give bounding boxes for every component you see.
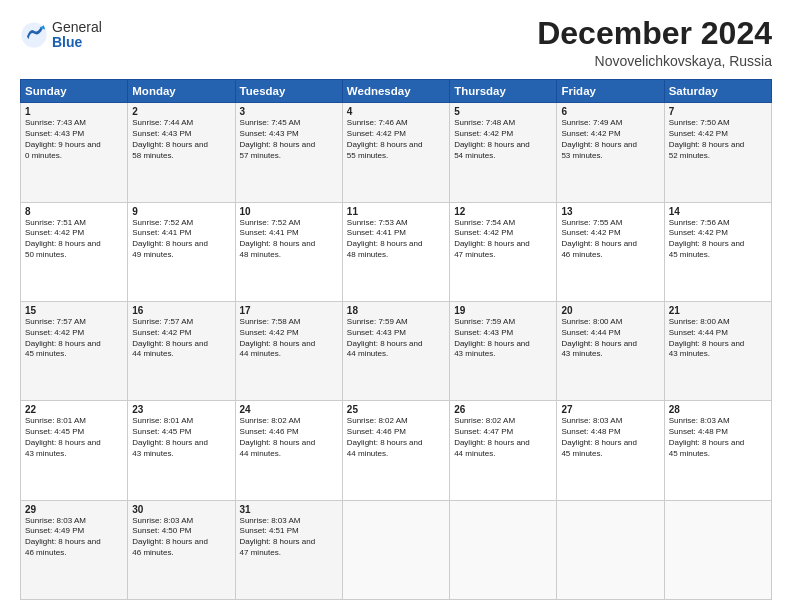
logo-text: General Blue — [52, 20, 102, 51]
table-row: 1Sunrise: 7:43 AMSunset: 4:43 PMDaylight… — [21, 103, 128, 202]
day-info: Sunrise: 8:03 AMSunset: 4:50 PMDaylight:… — [132, 516, 230, 559]
day-number: 17 — [240, 305, 338, 316]
table-row — [557, 500, 664, 599]
day-number: 21 — [669, 305, 767, 316]
table-row: 6Sunrise: 7:49 AMSunset: 4:42 PMDaylight… — [557, 103, 664, 202]
day-info: Sunrise: 7:45 AMSunset: 4:43 PMDaylight:… — [240, 118, 338, 161]
table-row: 11Sunrise: 7:53 AMSunset: 4:41 PMDayligh… — [342, 202, 449, 301]
day-number: 1 — [25, 106, 123, 117]
day-number: 18 — [347, 305, 445, 316]
day-info: Sunrise: 8:02 AMSunset: 4:46 PMDaylight:… — [240, 416, 338, 459]
day-number: 3 — [240, 106, 338, 117]
table-row: 8Sunrise: 7:51 AMSunset: 4:42 PMDaylight… — [21, 202, 128, 301]
day-info: Sunrise: 8:02 AMSunset: 4:46 PMDaylight:… — [347, 416, 445, 459]
day-number: 31 — [240, 504, 338, 515]
day-info: Sunrise: 7:56 AMSunset: 4:42 PMDaylight:… — [669, 218, 767, 261]
page: General Blue December 2024 Novovelichkov… — [0, 0, 792, 612]
day-info: Sunrise: 7:54 AMSunset: 4:42 PMDaylight:… — [454, 218, 552, 261]
table-row: 30Sunrise: 8:03 AMSunset: 4:50 PMDayligh… — [128, 500, 235, 599]
col-friday: Friday — [557, 80, 664, 103]
day-info: Sunrise: 8:03 AMSunset: 4:51 PMDaylight:… — [240, 516, 338, 559]
logo: General Blue — [20, 20, 102, 51]
calendar-header: Sunday Monday Tuesday Wednesday Thursday… — [21, 80, 772, 103]
day-number: 4 — [347, 106, 445, 117]
day-number: 6 — [561, 106, 659, 117]
table-row: 20Sunrise: 8:00 AMSunset: 4:44 PMDayligh… — [557, 301, 664, 400]
day-number: 20 — [561, 305, 659, 316]
day-number: 24 — [240, 404, 338, 415]
table-row: 15Sunrise: 7:57 AMSunset: 4:42 PMDayligh… — [21, 301, 128, 400]
day-number: 25 — [347, 404, 445, 415]
day-number: 28 — [669, 404, 767, 415]
calendar-week-4: 22Sunrise: 8:01 AMSunset: 4:45 PMDayligh… — [21, 401, 772, 500]
day-info: Sunrise: 8:01 AMSunset: 4:45 PMDaylight:… — [25, 416, 123, 459]
table-row: 21Sunrise: 8:00 AMSunset: 4:44 PMDayligh… — [664, 301, 771, 400]
day-number: 2 — [132, 106, 230, 117]
table-row: 23Sunrise: 8:01 AMSunset: 4:45 PMDayligh… — [128, 401, 235, 500]
day-info: Sunrise: 8:00 AMSunset: 4:44 PMDaylight:… — [561, 317, 659, 360]
table-row: 5Sunrise: 7:48 AMSunset: 4:42 PMDaylight… — [450, 103, 557, 202]
day-number: 5 — [454, 106, 552, 117]
table-row: 31Sunrise: 8:03 AMSunset: 4:51 PMDayligh… — [235, 500, 342, 599]
header-row: Sunday Monday Tuesday Wednesday Thursday… — [21, 80, 772, 103]
day-number: 16 — [132, 305, 230, 316]
day-number: 23 — [132, 404, 230, 415]
day-number: 14 — [669, 206, 767, 217]
table-row: 24Sunrise: 8:02 AMSunset: 4:46 PMDayligh… — [235, 401, 342, 500]
day-info: Sunrise: 8:03 AMSunset: 4:49 PMDaylight:… — [25, 516, 123, 559]
calendar: Sunday Monday Tuesday Wednesday Thursday… — [20, 79, 772, 600]
day-number: 15 — [25, 305, 123, 316]
table-row: 29Sunrise: 8:03 AMSunset: 4:49 PMDayligh… — [21, 500, 128, 599]
day-number: 19 — [454, 305, 552, 316]
calendar-week-3: 15Sunrise: 7:57 AMSunset: 4:42 PMDayligh… — [21, 301, 772, 400]
day-info: Sunrise: 7:53 AMSunset: 4:41 PMDaylight:… — [347, 218, 445, 261]
day-number: 29 — [25, 504, 123, 515]
day-info: Sunrise: 7:59 AMSunset: 4:43 PMDaylight:… — [454, 317, 552, 360]
day-number: 13 — [561, 206, 659, 217]
day-info: Sunrise: 7:50 AMSunset: 4:42 PMDaylight:… — [669, 118, 767, 161]
col-tuesday: Tuesday — [235, 80, 342, 103]
day-info: Sunrise: 7:49 AMSunset: 4:42 PMDaylight:… — [561, 118, 659, 161]
table-row — [450, 500, 557, 599]
table-row: 27Sunrise: 8:03 AMSunset: 4:48 PMDayligh… — [557, 401, 664, 500]
location-subtitle: Novovelichkovskaya, Russia — [537, 53, 772, 69]
day-info: Sunrise: 8:03 AMSunset: 4:48 PMDaylight:… — [561, 416, 659, 459]
table-row: 4Sunrise: 7:46 AMSunset: 4:42 PMDaylight… — [342, 103, 449, 202]
day-info: Sunrise: 7:57 AMSunset: 4:42 PMDaylight:… — [25, 317, 123, 360]
day-info: Sunrise: 7:43 AMSunset: 4:43 PMDaylight:… — [25, 118, 123, 161]
calendar-table: Sunday Monday Tuesday Wednesday Thursday… — [20, 79, 772, 600]
day-number: 26 — [454, 404, 552, 415]
table-row — [664, 500, 771, 599]
calendar-week-1: 1Sunrise: 7:43 AMSunset: 4:43 PMDaylight… — [21, 103, 772, 202]
calendar-week-5: 29Sunrise: 8:03 AMSunset: 4:49 PMDayligh… — [21, 500, 772, 599]
col-saturday: Saturday — [664, 80, 771, 103]
day-info: Sunrise: 7:55 AMSunset: 4:42 PMDaylight:… — [561, 218, 659, 261]
calendar-week-2: 8Sunrise: 7:51 AMSunset: 4:42 PMDaylight… — [21, 202, 772, 301]
title-section: December 2024 Novovelichkovskaya, Russia — [537, 16, 772, 69]
calendar-body: 1Sunrise: 7:43 AMSunset: 4:43 PMDaylight… — [21, 103, 772, 600]
table-row: 19Sunrise: 7:59 AMSunset: 4:43 PMDayligh… — [450, 301, 557, 400]
table-row: 3Sunrise: 7:45 AMSunset: 4:43 PMDaylight… — [235, 103, 342, 202]
day-info: Sunrise: 7:57 AMSunset: 4:42 PMDaylight:… — [132, 317, 230, 360]
table-row: 7Sunrise: 7:50 AMSunset: 4:42 PMDaylight… — [664, 103, 771, 202]
col-thursday: Thursday — [450, 80, 557, 103]
day-number: 27 — [561, 404, 659, 415]
table-row: 10Sunrise: 7:52 AMSunset: 4:41 PMDayligh… — [235, 202, 342, 301]
day-info: Sunrise: 7:51 AMSunset: 4:42 PMDaylight:… — [25, 218, 123, 261]
day-number: 10 — [240, 206, 338, 217]
logo-general: General — [52, 20, 102, 35]
table-row: 2Sunrise: 7:44 AMSunset: 4:43 PMDaylight… — [128, 103, 235, 202]
header: General Blue December 2024 Novovelichkov… — [20, 16, 772, 69]
day-info: Sunrise: 7:48 AMSunset: 4:42 PMDaylight:… — [454, 118, 552, 161]
table-row: 9Sunrise: 7:52 AMSunset: 4:41 PMDaylight… — [128, 202, 235, 301]
table-row: 18Sunrise: 7:59 AMSunset: 4:43 PMDayligh… — [342, 301, 449, 400]
day-info: Sunrise: 8:02 AMSunset: 4:47 PMDaylight:… — [454, 416, 552, 459]
logo-icon — [20, 21, 48, 49]
day-number: 12 — [454, 206, 552, 217]
table-row: 17Sunrise: 7:58 AMSunset: 4:42 PMDayligh… — [235, 301, 342, 400]
table-row: 22Sunrise: 8:01 AMSunset: 4:45 PMDayligh… — [21, 401, 128, 500]
day-number: 8 — [25, 206, 123, 217]
day-number: 11 — [347, 206, 445, 217]
col-monday: Monday — [128, 80, 235, 103]
col-wednesday: Wednesday — [342, 80, 449, 103]
